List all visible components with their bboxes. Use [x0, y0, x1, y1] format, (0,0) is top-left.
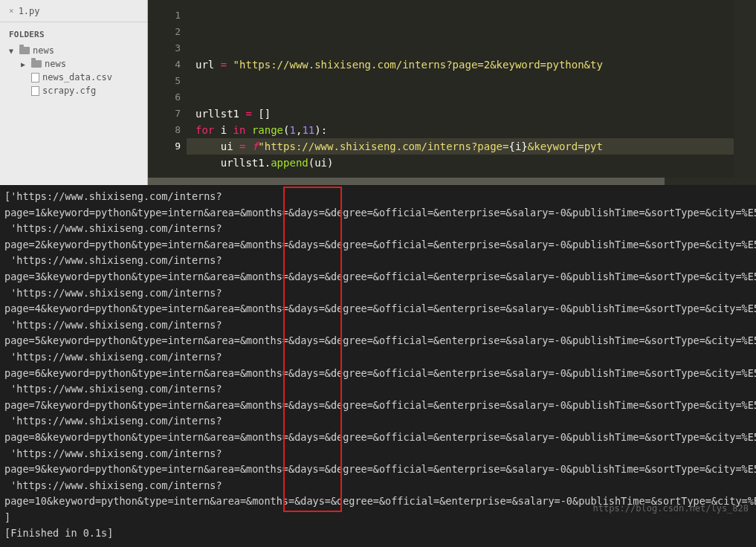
item-label: scrapy.cfg — [42, 85, 96, 96]
line-number: 7 — [148, 106, 181, 122]
code-area[interactable]: url = "https://www.shixiseng.com/interns… — [187, 0, 734, 185]
close-icon[interactable]: × — [9, 6, 14, 16]
disclosure-icon[interactable]: ▼ — [9, 47, 16, 55]
line-number: 5 — [148, 73, 181, 89]
watermark: https://blog.csdn.net/lys_828 — [592, 501, 749, 517]
output-console[interactable]: ['https://www.shixiseng.com/interns?page… — [0, 186, 756, 547]
line-number: 1 — [148, 7, 181, 24]
folder-item[interactable]: ▶news — [18, 57, 141, 71]
folder-icon — [19, 47, 30, 54]
folder-item[interactable]: ▼news — [6, 44, 141, 57]
line-number: 2 — [148, 24, 181, 40]
item-label: news — [33, 45, 54, 56]
editor[interactable]: 123456789 url = "https://www.shixiseng.c… — [148, 0, 756, 185]
line-number: 9 — [148, 138, 181, 155]
file-item[interactable]: scrapy.cfg — [18, 84, 141, 97]
folder-icon — [31, 60, 42, 68]
item-label: news_data.csv — [42, 72, 112, 82]
line-number: 6 — [148, 89, 181, 106]
disclosure-icon[interactable]: ▶ — [21, 60, 28, 68]
folders-title: FOLDERS — [0, 22, 147, 44]
line-number: 4 — [148, 56, 181, 73]
line-number: 3 — [148, 40, 181, 56]
item-label: news — [45, 59, 66, 69]
folder-tree: ▼news▶newsnews_data.csvscrapy.cfg — [0, 44, 147, 97]
file-tab[interactable]: × 1.py — [0, 1, 49, 21]
file-icon — [31, 73, 39, 82]
annotation-box — [283, 187, 342, 512]
tab-bar: × 1.py — [0, 0, 147, 22]
line-gutter: 123456789 — [148, 0, 187, 185]
code-content: url = "https://www.shixiseng.com/interns… — [196, 56, 734, 185]
line-number: 8 — [148, 122, 181, 138]
sidebar: × 1.py FOLDERS ▼news▶newsnews_data.csvsc… — [0, 0, 148, 185]
top-pane: × 1.py FOLDERS ▼news▶newsnews_data.csvsc… — [0, 0, 756, 186]
minimap[interactable] — [734, 0, 756, 185]
file-icon — [31, 86, 39, 96]
file-item[interactable]: news_data.csv — [18, 71, 141, 84]
tab-label: 1.py — [19, 6, 40, 16]
